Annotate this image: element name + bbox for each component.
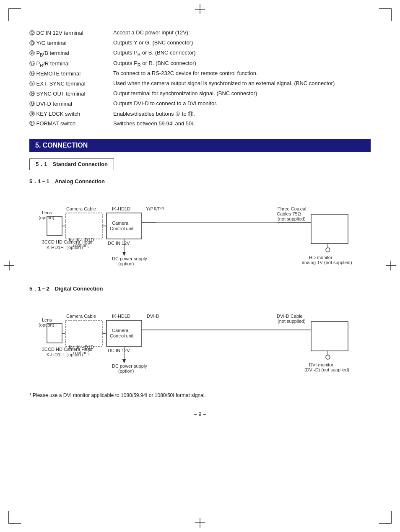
terminal-label-13: ⑬ Y/G terminal [29, 39, 113, 47]
svg-text:Control unit: Control unit [110, 333, 133, 338]
corner-mark-br [379, 511, 392, 524]
svg-text:(option): (option) [39, 215, 54, 220]
svg-text:/P: /P [156, 206, 161, 211]
svg-text:Lens: Lens [42, 210, 52, 215]
svg-text:IK-HD1D: IK-HD1D [112, 206, 130, 211]
svg-point-33 [326, 248, 330, 252]
svg-text:(option): (option) [118, 369, 134, 374]
svg-text:Camera: Camera [112, 328, 129, 333]
svg-text:DC power supply: DC power supply [112, 256, 147, 261]
terminal-desc-12: Accept a DC power input (12V). [113, 29, 371, 36]
terminal-row-12: ⑫ DC IN 12V terminal Accept a DC power i… [29, 29, 371, 37]
subsection-1-2-title: 5．1－2 Digital Connection [29, 285, 371, 293]
terminal-desc-18: Output terminal for synchronization sign… [113, 90, 371, 96]
svg-text:3CCD HD Camera Head: 3CCD HD Camera Head [42, 347, 92, 352]
terminal-table: ⑫ DC IN 12V terminal Accept a DC power i… [29, 29, 371, 127]
svg-text:DC power supply: DC power supply [112, 363, 147, 369]
svg-text:IK-HD1H（option）: IK-HD1H（option） [45, 245, 86, 250]
svg-text:Cables 75Ω: Cables 75Ω [277, 211, 301, 216]
terminal-row-15: ⑮ PR/R terminal Outputs PR or R. (BNC co… [29, 60, 371, 68]
svg-text:IK-HD1H（option）: IK-HD1H（option） [45, 352, 86, 357]
svg-text:R: R [161, 206, 164, 210]
svg-text:analog TV (not supplied): analog TV (not supplied) [302, 260, 352, 265]
footnote: * Please use a DVI monitor applicable to… [29, 392, 371, 398]
terminal-desc-16: To connect to a RS-232C device for remot… [113, 70, 371, 76]
terminal-desc-13: Outputs Y or G. (BNC connector) [113, 39, 371, 46]
terminal-label-20: ⑳ KEY LOCK switch [29, 110, 113, 118]
terminal-row-18: ⑱ SYNC OUT terminal Output terminal for … [29, 90, 371, 98]
svg-text:DVI-D Cable: DVI-D Cable [277, 314, 303, 319]
corner-mark-bl [8, 511, 21, 524]
svg-text:Camera Cable: Camera Cable [66, 206, 96, 211]
svg-rect-46 [65, 320, 102, 346]
svg-text:IK-HD1D: IK-HD1D [112, 314, 130, 319]
svg-text:Three Coaxial: Three Coaxial [278, 206, 306, 211]
page-number: – 9 – [29, 411, 371, 417]
terminal-desc-19: Outputs DVI-D to connect to a DVI monito… [113, 100, 371, 106]
svg-text:Y/P: Y/P [146, 206, 153, 211]
svg-rect-32 [311, 214, 348, 244]
terminal-row-17: ⑰ EXT. SYNC terminal Used when the camer… [29, 80, 371, 88]
analog-diagram-svg: Lens (option) Camera Cable for IK-HD1D （… [29, 191, 371, 275]
svg-text:DVI-D: DVI-D [147, 314, 159, 319]
subsection-1-label: 5．1 Standard Connection [36, 161, 108, 167]
svg-text:DC IN 12V: DC IN 12V [108, 241, 130, 246]
page: ⑫ DC IN 12V terminal Accept a DC power i… [0, 0, 400, 532]
analog-diagram: Lens (option) Camera Cable for IK-HD1D （… [29, 191, 371, 275]
corner-mark-tr [379, 8, 392, 21]
terminal-label-14: ⑭ PB/B terminal [29, 49, 113, 57]
svg-text:(not supplied): (not supplied) [278, 319, 306, 324]
svg-marker-68 [122, 359, 126, 363]
svg-text:DC IN 12V: DC IN 12V [108, 348, 130, 353]
section-title: CONNECTION [43, 142, 88, 149]
svg-rect-63 [311, 322, 348, 351]
terminal-desc-14: Outputs PB or B. (BNC connector) [113, 49, 371, 57]
terminal-label-12: ⑫ DC IN 12V terminal [29, 29, 113, 37]
svg-text:(option): (option) [118, 261, 134, 266]
terminal-label-15: ⑮ PR/R terminal [29, 60, 113, 68]
subsection-1-1-title: 5．1－1 Analog Connection [29, 178, 371, 185]
terminal-row-16: ⑯ REMOTE terminal To connect to a RS-232… [29, 70, 371, 78]
terminal-label-17: ⑰ EXT. SYNC terminal [29, 80, 113, 88]
svg-text:(option): (option) [39, 322, 54, 327]
subsection-1-box: 5．1 Standard Connection [29, 158, 114, 170]
terminal-row-20: ⑳ KEY LOCK switch Enables/disables butto… [29, 110, 371, 118]
terminal-label-19: ⑲ DVI-D terminal [29, 100, 113, 108]
terminal-label-21: ㉑ FORMAT switch [29, 120, 113, 127]
terminal-desc-17: Used when the camera output signal is sy… [113, 80, 371, 86]
svg-rect-11 [65, 213, 102, 239]
crosshair-left [4, 260, 14, 272]
terminal-desc-21: Switches between 59.94i and 50i. [113, 120, 371, 127]
section-header: 5. CONNECTION [29, 139, 371, 152]
crosshair-top [195, 4, 205, 14]
svg-text:Camera Cable: Camera Cable [66, 314, 96, 319]
svg-text:Lens: Lens [42, 317, 52, 322]
terminal-label-18: ⑱ SYNC OUT terminal [29, 90, 113, 98]
section-number: 5. [35, 142, 41, 149]
terminal-row-13: ⑬ Y/G terminal Outputs Y or G. (BNC conn… [29, 39, 371, 47]
terminal-desc-20: Enables/disables buttons ④ to ⑪. [113, 110, 371, 118]
terminal-row-21: ㉑ FORMAT switch Switches between 59.94i … [29, 120, 371, 127]
terminal-row-19: ⑲ DVI-D terminal Outputs DVI-D to connec… [29, 100, 371, 108]
svg-text:(not supplied): (not supplied) [278, 216, 306, 221]
digital-diagram-svg: Lens (option) Camera Cable for IK-HD1D （… [29, 298, 371, 382]
svg-text:Control unit: Control unit [110, 226, 133, 231]
svg-text:3CCD HD Camera Head: 3CCD HD Camera Head [42, 239, 92, 244]
svg-text:HD monitor: HD monitor [309, 255, 332, 260]
terminal-row-14: ⑭ PB/B terminal Outputs PB or B. (BNC co… [29, 49, 371, 57]
crosshair-right [386, 260, 396, 272]
terminal-desc-15: Outputs PR or R. (BNC connector) [113, 60, 371, 67]
svg-text:Camera: Camera [112, 221, 129, 226]
crosshair-bottom [195, 518, 205, 528]
svg-marker-38 [122, 252, 126, 256]
svg-text:(DVI-D) (not supplied): (DVI-D) (not supplied) [304, 367, 349, 372]
terminal-label-16: ⑯ REMOTE terminal [29, 70, 113, 78]
corner-mark-tl [8, 8, 21, 21]
svg-text:DVI monitor: DVI monitor [309, 362, 333, 367]
svg-point-64 [326, 355, 330, 359]
digital-diagram: Lens (option) Camera Cable for IK-HD1D （… [29, 298, 371, 382]
